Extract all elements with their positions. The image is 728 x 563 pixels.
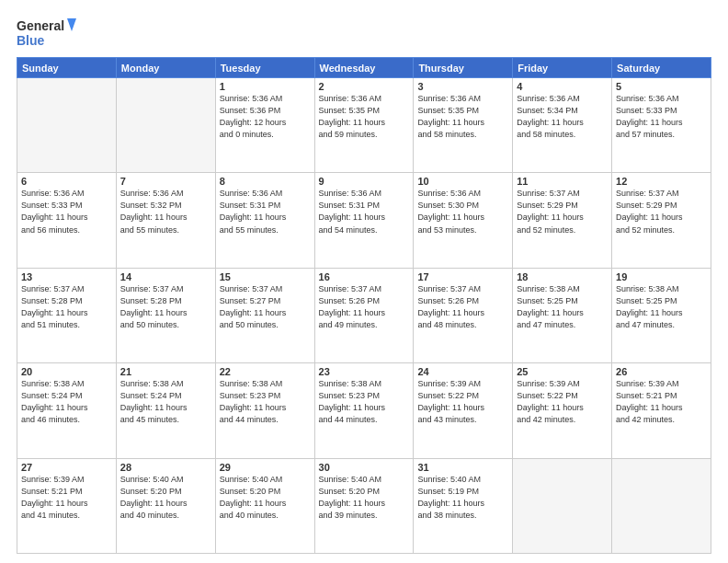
calendar-cell: 1Sunrise: 5:36 AM Sunset: 5:36 PM Daylig… <box>215 78 314 173</box>
day-number: 11 <box>517 176 608 187</box>
calendar-cell <box>513 458 612 553</box>
calendar-cell: 7Sunrise: 5:36 AM Sunset: 5:32 PM Daylig… <box>116 173 215 268</box>
calendar-cell: 30Sunrise: 5:40 AM Sunset: 5:20 PM Dayli… <box>314 458 414 553</box>
day-info: Sunrise: 5:38 AM Sunset: 5:24 PM Dayligh… <box>120 378 211 426</box>
calendar-cell: 26Sunrise: 5:39 AM Sunset: 5:21 PM Dayli… <box>612 363 711 458</box>
day-info: Sunrise: 5:37 AM Sunset: 5:29 PM Dayligh… <box>517 188 608 236</box>
day-number: 20 <box>21 366 112 377</box>
calendar-cell: 14Sunrise: 5:37 AM Sunset: 5:28 PM Dayli… <box>116 268 215 362</box>
day-number: 18 <box>517 271 608 282</box>
day-number: 4 <box>517 81 608 92</box>
calendar-cell: 27Sunrise: 5:39 AM Sunset: 5:21 PM Dayli… <box>17 458 117 553</box>
calendar-cell <box>116 78 215 173</box>
calendar-cell: 2Sunrise: 5:36 AM Sunset: 5:35 PM Daylig… <box>314 78 414 173</box>
calendar-cell: 19Sunrise: 5:38 AM Sunset: 5:25 PM Dayli… <box>612 268 711 362</box>
day-number: 1 <box>220 81 311 92</box>
day-info: Sunrise: 5:38 AM Sunset: 5:23 PM Dayligh… <box>319 378 410 426</box>
day-number: 2 <box>319 81 410 92</box>
calendar-cell: 28Sunrise: 5:40 AM Sunset: 5:20 PM Dayli… <box>116 458 215 553</box>
day-number: 6 <box>21 176 112 187</box>
calendar-cell: 21Sunrise: 5:38 AM Sunset: 5:24 PM Dayli… <box>116 363 215 458</box>
day-number: 27 <box>21 462 112 473</box>
day-info: Sunrise: 5:38 AM Sunset: 5:25 PM Dayligh… <box>616 283 707 331</box>
calendar-cell: 17Sunrise: 5:37 AM Sunset: 5:26 PM Dayli… <box>414 268 513 362</box>
calendar-cell: 4Sunrise: 5:36 AM Sunset: 5:34 PM Daylig… <box>513 78 612 173</box>
calendar-cell: 9Sunrise: 5:36 AM Sunset: 5:31 PM Daylig… <box>314 173 414 268</box>
day-number: 16 <box>319 271 410 282</box>
weekday-header-saturday: Saturday <box>612 58 711 78</box>
day-info: Sunrise: 5:36 AM Sunset: 5:36 PM Dayligh… <box>220 93 311 141</box>
day-info: Sunrise: 5:40 AM Sunset: 5:20 PM Dayligh… <box>220 474 311 522</box>
day-number: 31 <box>417 462 508 473</box>
day-info: Sunrise: 5:39 AM Sunset: 5:22 PM Dayligh… <box>517 378 608 426</box>
calendar-cell: 16Sunrise: 5:37 AM Sunset: 5:26 PM Dayli… <box>314 268 414 362</box>
day-info: Sunrise: 5:37 AM Sunset: 5:28 PM Dayligh… <box>120 283 211 331</box>
day-info: Sunrise: 5:37 AM Sunset: 5:26 PM Dayligh… <box>319 283 410 331</box>
day-number: 8 <box>220 176 311 187</box>
day-info: Sunrise: 5:40 AM Sunset: 5:20 PM Dayligh… <box>319 474 410 522</box>
day-info: Sunrise: 5:38 AM Sunset: 5:25 PM Dayligh… <box>517 283 608 331</box>
calendar-cell: 25Sunrise: 5:39 AM Sunset: 5:22 PM Dayli… <box>513 363 612 458</box>
svg-text:General: General <box>17 18 64 33</box>
calendar-cell: 23Sunrise: 5:38 AM Sunset: 5:23 PM Dayli… <box>314 363 414 458</box>
weekday-header-friday: Friday <box>513 58 612 78</box>
day-number: 26 <box>616 366 707 377</box>
day-number: 3 <box>417 81 508 92</box>
week-row-3: 20Sunrise: 5:38 AM Sunset: 5:24 PM Dayli… <box>17 363 711 458</box>
day-info: Sunrise: 5:37 AM Sunset: 5:28 PM Dayligh… <box>21 283 112 331</box>
day-number: 15 <box>220 271 311 282</box>
day-info: Sunrise: 5:38 AM Sunset: 5:24 PM Dayligh… <box>21 378 112 426</box>
calendar-cell <box>17 78 117 173</box>
day-info: Sunrise: 5:36 AM Sunset: 5:35 PM Dayligh… <box>417 93 508 141</box>
svg-text:Blue: Blue <box>17 33 45 48</box>
weekday-header-row: SundayMondayTuesdayWednesdayThursdayFrid… <box>17 58 711 78</box>
day-info: Sunrise: 5:36 AM Sunset: 5:30 PM Dayligh… <box>417 188 508 236</box>
day-number: 17 <box>417 271 508 282</box>
header: GeneralBlue <box>17 15 711 50</box>
calendar-cell: 18Sunrise: 5:38 AM Sunset: 5:25 PM Dayli… <box>513 268 612 362</box>
day-number: 25 <box>517 366 608 377</box>
day-number: 28 <box>120 462 211 473</box>
day-info: Sunrise: 5:36 AM Sunset: 5:33 PM Dayligh… <box>21 188 112 236</box>
day-info: Sunrise: 5:39 AM Sunset: 5:21 PM Dayligh… <box>21 474 112 522</box>
day-info: Sunrise: 5:40 AM Sunset: 5:19 PM Dayligh… <box>417 474 508 522</box>
logo: GeneralBlue <box>17 15 81 50</box>
day-number: 9 <box>319 176 410 187</box>
day-info: Sunrise: 5:36 AM Sunset: 5:35 PM Dayligh… <box>319 93 410 141</box>
calendar-cell: 20Sunrise: 5:38 AM Sunset: 5:24 PM Dayli… <box>17 363 117 458</box>
week-row-0: 1Sunrise: 5:36 AM Sunset: 5:36 PM Daylig… <box>17 78 711 173</box>
day-info: Sunrise: 5:36 AM Sunset: 5:32 PM Dayligh… <box>120 188 211 236</box>
day-info: Sunrise: 5:40 AM Sunset: 5:20 PM Dayligh… <box>120 474 211 522</box>
calendar-cell: 3Sunrise: 5:36 AM Sunset: 5:35 PM Daylig… <box>414 78 513 173</box>
calendar-cell: 15Sunrise: 5:37 AM Sunset: 5:27 PM Dayli… <box>215 268 314 362</box>
calendar-cell: 5Sunrise: 5:36 AM Sunset: 5:33 PM Daylig… <box>612 78 711 173</box>
day-info: Sunrise: 5:37 AM Sunset: 5:27 PM Dayligh… <box>220 283 311 331</box>
day-number: 24 <box>417 366 508 377</box>
calendar-cell: 13Sunrise: 5:37 AM Sunset: 5:28 PM Dayli… <box>17 268 117 362</box>
calendar-cell: 10Sunrise: 5:36 AM Sunset: 5:30 PM Dayli… <box>414 173 513 268</box>
day-info: Sunrise: 5:36 AM Sunset: 5:34 PM Dayligh… <box>517 93 608 141</box>
day-number: 23 <box>319 366 410 377</box>
page: GeneralBlue SundayMondayTuesdayWednesday… <box>0 0 728 563</box>
day-number: 21 <box>120 366 211 377</box>
day-info: Sunrise: 5:37 AM Sunset: 5:26 PM Dayligh… <box>417 283 508 331</box>
calendar-cell: 31Sunrise: 5:40 AM Sunset: 5:19 PM Dayli… <box>414 458 513 553</box>
day-info: Sunrise: 5:39 AM Sunset: 5:21 PM Dayligh… <box>616 378 707 426</box>
day-number: 30 <box>319 462 410 473</box>
weekday-header-monday: Monday <box>116 58 215 78</box>
calendar-cell: 8Sunrise: 5:36 AM Sunset: 5:31 PM Daylig… <box>215 173 314 268</box>
calendar-cell: 6Sunrise: 5:36 AM Sunset: 5:33 PM Daylig… <box>17 173 117 268</box>
day-info: Sunrise: 5:38 AM Sunset: 5:23 PM Dayligh… <box>220 378 311 426</box>
day-number: 13 <box>21 271 112 282</box>
day-number: 12 <box>616 176 707 187</box>
day-number: 10 <box>417 176 508 187</box>
calendar-cell: 22Sunrise: 5:38 AM Sunset: 5:23 PM Dayli… <box>215 363 314 458</box>
logo-icon: GeneralBlue <box>17 15 81 50</box>
day-info: Sunrise: 5:36 AM Sunset: 5:33 PM Dayligh… <box>616 93 707 141</box>
calendar-table: SundayMondayTuesdayWednesdayThursdayFrid… <box>17 57 711 554</box>
day-number: 5 <box>616 81 707 92</box>
day-info: Sunrise: 5:36 AM Sunset: 5:31 PM Dayligh… <box>319 188 410 236</box>
weekday-header-thursday: Thursday <box>414 58 513 78</box>
day-info: Sunrise: 5:36 AM Sunset: 5:31 PM Dayligh… <box>220 188 311 236</box>
day-number: 19 <box>616 271 707 282</box>
